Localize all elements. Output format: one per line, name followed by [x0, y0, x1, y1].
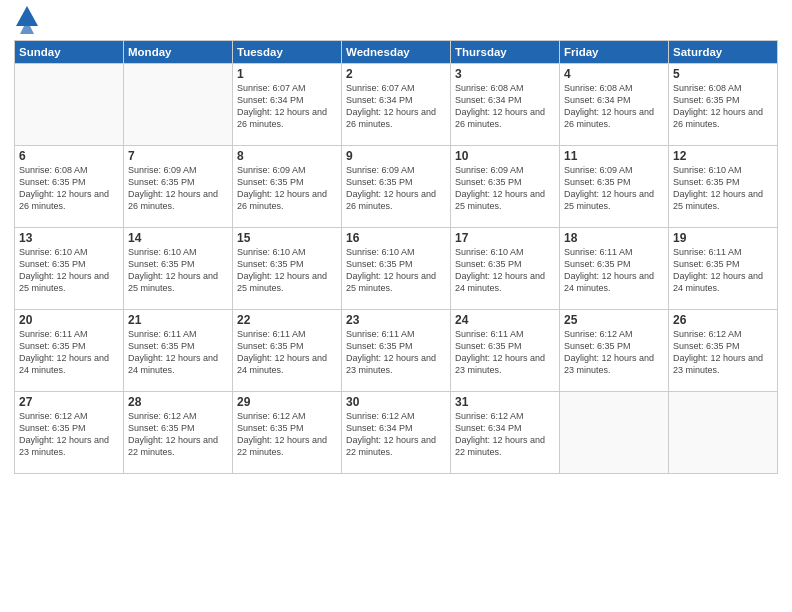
- calendar-cell: 15Sunrise: 6:10 AM Sunset: 6:35 PM Dayli…: [233, 228, 342, 310]
- day-number: 14: [128, 231, 228, 245]
- calendar-cell: 19Sunrise: 6:11 AM Sunset: 6:35 PM Dayli…: [669, 228, 778, 310]
- day-info: Sunrise: 6:09 AM Sunset: 6:35 PM Dayligh…: [455, 164, 555, 213]
- day-number: 25: [564, 313, 664, 327]
- day-number: 9: [346, 149, 446, 163]
- calendar-cell: 4Sunrise: 6:08 AM Sunset: 6:34 PM Daylig…: [560, 64, 669, 146]
- calendar-cell: 21Sunrise: 6:11 AM Sunset: 6:35 PM Dayli…: [124, 310, 233, 392]
- day-number: 3: [455, 67, 555, 81]
- day-info: Sunrise: 6:12 AM Sunset: 6:35 PM Dayligh…: [19, 410, 119, 459]
- day-number: 2: [346, 67, 446, 81]
- day-info: Sunrise: 6:10 AM Sunset: 6:35 PM Dayligh…: [128, 246, 228, 295]
- day-info: Sunrise: 6:09 AM Sunset: 6:35 PM Dayligh…: [346, 164, 446, 213]
- day-info: Sunrise: 6:10 AM Sunset: 6:35 PM Dayligh…: [19, 246, 119, 295]
- day-info: Sunrise: 6:09 AM Sunset: 6:35 PM Dayligh…: [237, 164, 337, 213]
- day-number: 20: [19, 313, 119, 327]
- calendar-week-1: 1Sunrise: 6:07 AM Sunset: 6:34 PM Daylig…: [15, 64, 778, 146]
- day-info: Sunrise: 6:11 AM Sunset: 6:35 PM Dayligh…: [455, 328, 555, 377]
- calendar-cell: 13Sunrise: 6:10 AM Sunset: 6:35 PM Dayli…: [15, 228, 124, 310]
- day-number: 11: [564, 149, 664, 163]
- day-number: 17: [455, 231, 555, 245]
- calendar-cell: 25Sunrise: 6:12 AM Sunset: 6:35 PM Dayli…: [560, 310, 669, 392]
- day-info: Sunrise: 6:10 AM Sunset: 6:35 PM Dayligh…: [346, 246, 446, 295]
- day-info: Sunrise: 6:08 AM Sunset: 6:34 PM Dayligh…: [455, 82, 555, 131]
- calendar-cell: [669, 392, 778, 474]
- calendar-cell: 18Sunrise: 6:11 AM Sunset: 6:35 PM Dayli…: [560, 228, 669, 310]
- calendar-cell: 7Sunrise: 6:09 AM Sunset: 6:35 PM Daylig…: [124, 146, 233, 228]
- day-number: 10: [455, 149, 555, 163]
- day-number: 26: [673, 313, 773, 327]
- calendar-header-tuesday: Tuesday: [233, 41, 342, 64]
- calendar-cell: [124, 64, 233, 146]
- day-info: Sunrise: 6:12 AM Sunset: 6:35 PM Dayligh…: [128, 410, 228, 459]
- day-number: 22: [237, 313, 337, 327]
- day-number: 8: [237, 149, 337, 163]
- day-number: 1: [237, 67, 337, 81]
- calendar-cell: 16Sunrise: 6:10 AM Sunset: 6:35 PM Dayli…: [342, 228, 451, 310]
- day-number: 15: [237, 231, 337, 245]
- day-info: Sunrise: 6:11 AM Sunset: 6:35 PM Dayligh…: [673, 246, 773, 295]
- day-number: 19: [673, 231, 773, 245]
- calendar-cell: 28Sunrise: 6:12 AM Sunset: 6:35 PM Dayli…: [124, 392, 233, 474]
- calendar-header-row: SundayMondayTuesdayWednesdayThursdayFrid…: [15, 41, 778, 64]
- day-info: Sunrise: 6:09 AM Sunset: 6:35 PM Dayligh…: [128, 164, 228, 213]
- calendar-cell: 10Sunrise: 6:09 AM Sunset: 6:35 PM Dayli…: [451, 146, 560, 228]
- day-info: Sunrise: 6:12 AM Sunset: 6:35 PM Dayligh…: [237, 410, 337, 459]
- day-number: 29: [237, 395, 337, 409]
- calendar-cell: [560, 392, 669, 474]
- day-info: Sunrise: 6:07 AM Sunset: 6:34 PM Dayligh…: [237, 82, 337, 131]
- calendar-cell: 14Sunrise: 6:10 AM Sunset: 6:35 PM Dayli…: [124, 228, 233, 310]
- calendar-week-3: 13Sunrise: 6:10 AM Sunset: 6:35 PM Dayli…: [15, 228, 778, 310]
- calendar-cell: [15, 64, 124, 146]
- calendar-cell: 17Sunrise: 6:10 AM Sunset: 6:35 PM Dayli…: [451, 228, 560, 310]
- calendar-cell: 23Sunrise: 6:11 AM Sunset: 6:35 PM Dayli…: [342, 310, 451, 392]
- calendar-cell: 2Sunrise: 6:07 AM Sunset: 6:34 PM Daylig…: [342, 64, 451, 146]
- day-info: Sunrise: 6:12 AM Sunset: 6:34 PM Dayligh…: [346, 410, 446, 459]
- calendar-cell: 29Sunrise: 6:12 AM Sunset: 6:35 PM Dayli…: [233, 392, 342, 474]
- day-number: 21: [128, 313, 228, 327]
- day-info: Sunrise: 6:07 AM Sunset: 6:34 PM Dayligh…: [346, 82, 446, 131]
- day-number: 28: [128, 395, 228, 409]
- day-info: Sunrise: 6:08 AM Sunset: 6:35 PM Dayligh…: [673, 82, 773, 131]
- day-info: Sunrise: 6:08 AM Sunset: 6:35 PM Dayligh…: [19, 164, 119, 213]
- day-info: Sunrise: 6:10 AM Sunset: 6:35 PM Dayligh…: [455, 246, 555, 295]
- calendar-week-5: 27Sunrise: 6:12 AM Sunset: 6:35 PM Dayli…: [15, 392, 778, 474]
- calendar-cell: 3Sunrise: 6:08 AM Sunset: 6:34 PM Daylig…: [451, 64, 560, 146]
- calendar-header-thursday: Thursday: [451, 41, 560, 64]
- calendar-week-2: 6Sunrise: 6:08 AM Sunset: 6:35 PM Daylig…: [15, 146, 778, 228]
- day-number: 13: [19, 231, 119, 245]
- calendar-cell: 6Sunrise: 6:08 AM Sunset: 6:35 PM Daylig…: [15, 146, 124, 228]
- calendar-cell: 12Sunrise: 6:10 AM Sunset: 6:35 PM Dayli…: [669, 146, 778, 228]
- day-info: Sunrise: 6:11 AM Sunset: 6:35 PM Dayligh…: [237, 328, 337, 377]
- day-number: 30: [346, 395, 446, 409]
- day-info: Sunrise: 6:12 AM Sunset: 6:34 PM Dayligh…: [455, 410, 555, 459]
- day-number: 4: [564, 67, 664, 81]
- calendar-header-saturday: Saturday: [669, 41, 778, 64]
- calendar-cell: 26Sunrise: 6:12 AM Sunset: 6:35 PM Dayli…: [669, 310, 778, 392]
- day-number: 5: [673, 67, 773, 81]
- calendar-cell: 24Sunrise: 6:11 AM Sunset: 6:35 PM Dayli…: [451, 310, 560, 392]
- calendar-cell: 30Sunrise: 6:12 AM Sunset: 6:34 PM Dayli…: [342, 392, 451, 474]
- calendar-week-4: 20Sunrise: 6:11 AM Sunset: 6:35 PM Dayli…: [15, 310, 778, 392]
- day-info: Sunrise: 6:11 AM Sunset: 6:35 PM Dayligh…: [346, 328, 446, 377]
- calendar-cell: 27Sunrise: 6:12 AM Sunset: 6:35 PM Dayli…: [15, 392, 124, 474]
- day-info: Sunrise: 6:12 AM Sunset: 6:35 PM Dayligh…: [673, 328, 773, 377]
- calendar-cell: 1Sunrise: 6:07 AM Sunset: 6:34 PM Daylig…: [233, 64, 342, 146]
- calendar-cell: 31Sunrise: 6:12 AM Sunset: 6:34 PM Dayli…: [451, 392, 560, 474]
- logo-icon: [16, 6, 38, 34]
- day-number: 23: [346, 313, 446, 327]
- day-number: 12: [673, 149, 773, 163]
- day-info: Sunrise: 6:12 AM Sunset: 6:35 PM Dayligh…: [564, 328, 664, 377]
- calendar-cell: 5Sunrise: 6:08 AM Sunset: 6:35 PM Daylig…: [669, 64, 778, 146]
- calendar-cell: 11Sunrise: 6:09 AM Sunset: 6:35 PM Dayli…: [560, 146, 669, 228]
- day-number: 7: [128, 149, 228, 163]
- day-info: Sunrise: 6:11 AM Sunset: 6:35 PM Dayligh…: [564, 246, 664, 295]
- calendar-header-sunday: Sunday: [15, 41, 124, 64]
- calendar-header-monday: Monday: [124, 41, 233, 64]
- calendar-cell: 20Sunrise: 6:11 AM Sunset: 6:35 PM Dayli…: [15, 310, 124, 392]
- day-info: Sunrise: 6:09 AM Sunset: 6:35 PM Dayligh…: [564, 164, 664, 213]
- day-number: 6: [19, 149, 119, 163]
- calendar-table: SundayMondayTuesdayWednesdayThursdayFrid…: [14, 40, 778, 474]
- calendar-header-wednesday: Wednesday: [342, 41, 451, 64]
- day-number: 18: [564, 231, 664, 245]
- day-number: 31: [455, 395, 555, 409]
